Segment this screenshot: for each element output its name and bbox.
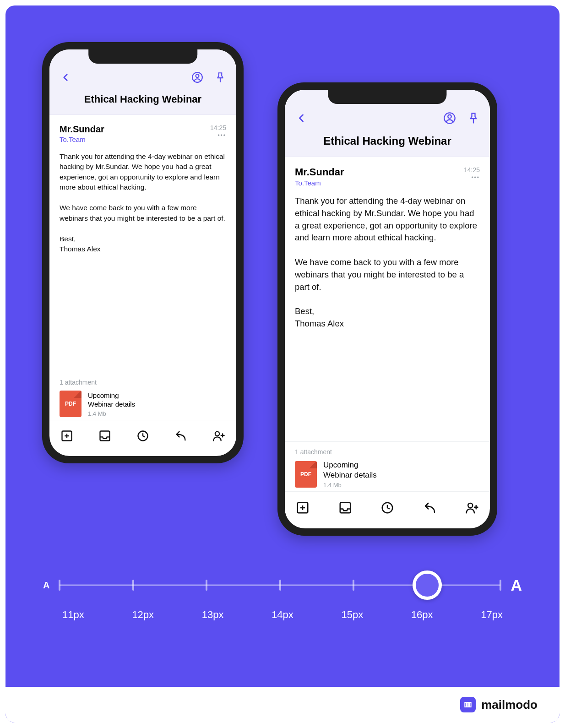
canvas: Ethical Hacking Webinar Mr.Sundar To.Tea… [5, 5, 560, 723]
font-size-slider: A A 11px12px13px14px15px16px17px [43, 571, 522, 621]
profile-icon[interactable] [191, 71, 203, 85]
attachments-section: 1 attachment PDF Upcoming Webinar detail… [285, 441, 490, 491]
inbox-icon[interactable] [98, 429, 111, 444]
timestamp: 14:25 [464, 166, 480, 174]
action-bar [49, 420, 236, 456]
footer: mailmodo [5, 687, 560, 723]
attachment-count: 1 attachment [295, 448, 480, 456]
svg-rect-24 [470, 702, 471, 707]
add-icon[interactable] [60, 429, 73, 444]
brand-name: mailmodo [481, 698, 538, 712]
pdf-icon: PDF [295, 461, 317, 488]
timestamp: 14:25 [210, 124, 226, 131]
slider-tick[interactable] [500, 580, 501, 591]
back-icon[interactable] [295, 112, 308, 126]
phone-screen: Ethical Hacking Webinar Mr.Sundar To.Tea… [285, 90, 490, 528]
slider-tick[interactable] [206, 580, 207, 591]
message-header: Mr.Sundar To.Team 14:25 ••• [285, 157, 490, 190]
slider-tick[interactable] [353, 580, 354, 591]
attachment-item[interactable]: PDF Upcoming Webinar details 1.4 Mb [295, 460, 480, 489]
attachment-size: 1.4 Mb [88, 410, 135, 417]
brand: mailmodo [460, 697, 538, 712]
slider-track[interactable] [60, 571, 500, 599]
profile-icon[interactable] [443, 112, 456, 126]
more-icon[interactable]: ••• [464, 176, 480, 179]
phone-preview-large-font: Ethical Hacking Webinar Mr.Sundar To.Tea… [277, 82, 497, 536]
svg-rect-17 [340, 503, 350, 513]
pin-icon[interactable] [214, 71, 226, 85]
brand-logo-icon [460, 697, 476, 712]
reply-icon[interactable] [174, 429, 187, 444]
svg-point-12 [448, 115, 451, 118]
svg-rect-6 [100, 431, 110, 441]
slider-tick-label: 14px [272, 609, 293, 621]
attachment-size: 1.4 Mb [323, 482, 377, 489]
slider-tick[interactable] [279, 580, 281, 591]
phone-preview-small-font: Ethical Hacking Webinar Mr.Sundar To.Tea… [42, 42, 244, 463]
pdf-icon: PDF [60, 391, 81, 417]
slider-tick-label: 12px [132, 609, 154, 621]
add-contact-icon[interactable] [465, 501, 479, 516]
inbox-icon[interactable] [338, 501, 352, 516]
slider-tick-label: 16px [411, 609, 433, 621]
attachment-name: Upcoming Webinar details [323, 460, 377, 480]
email-body: Thank you for attending the 4-day webina… [49, 146, 236, 372]
phone-screen: Ethical Hacking Webinar Mr.Sundar To.Tea… [49, 49, 236, 456]
add-icon[interactable] [296, 501, 310, 516]
slider-thumb[interactable] [413, 570, 442, 600]
slider-letter-small: A [43, 580, 49, 591]
add-contact-icon[interactable] [212, 429, 225, 444]
clock-icon[interactable] [380, 501, 394, 516]
phone-notch [88, 49, 197, 64]
slider-tick-label: 17px [481, 609, 503, 621]
attachments-section: 1 attachment PDF Upcoming Webinar detail… [49, 372, 236, 420]
reply-icon[interactable] [423, 501, 437, 516]
svg-point-1 [196, 74, 199, 77]
svg-rect-22 [465, 702, 467, 707]
slider-tick-label: 15px [342, 609, 364, 621]
back-icon[interactable] [60, 71, 71, 85]
slider-tick-label: 11px [62, 609, 84, 621]
attachment-name: Upcoming Webinar details [88, 391, 135, 409]
sender-name: Mr.Sundar [295, 166, 344, 178]
attachment-item[interactable]: PDF Upcoming Webinar details 1.4 Mb [60, 391, 226, 417]
phone-notch [328, 89, 446, 104]
more-icon[interactable]: ••• [210, 134, 226, 137]
email-subject: Ethical Hacking Webinar [285, 135, 490, 157]
slider-tick-label: 13px [202, 609, 224, 621]
slider-letter-large: A [511, 576, 522, 594]
slider-tick[interactable] [59, 580, 60, 591]
recipient-line[interactable]: To.Team [295, 179, 344, 187]
slider-tick-labels: 11px12px13px14px15px16px17px [62, 609, 503, 621]
svg-point-8 [215, 432, 219, 436]
attachment-count: 1 attachment [60, 379, 226, 386]
pin-icon[interactable] [467, 112, 480, 126]
slider-tick[interactable] [132, 580, 134, 591]
email-body: Thank you for attending the 4-day webina… [285, 190, 490, 441]
recipient-line[interactable]: To.Team [60, 136, 104, 143]
message-header: Mr.Sundar To.Team 14:25 ••• [49, 115, 236, 146]
action-bar [285, 491, 490, 528]
email-subject: Ethical Hacking Webinar [49, 93, 236, 115]
svg-rect-23 [467, 702, 469, 707]
sender-name: Mr.Sundar [60, 124, 104, 135]
clock-icon[interactable] [136, 429, 149, 444]
svg-point-19 [468, 503, 473, 508]
